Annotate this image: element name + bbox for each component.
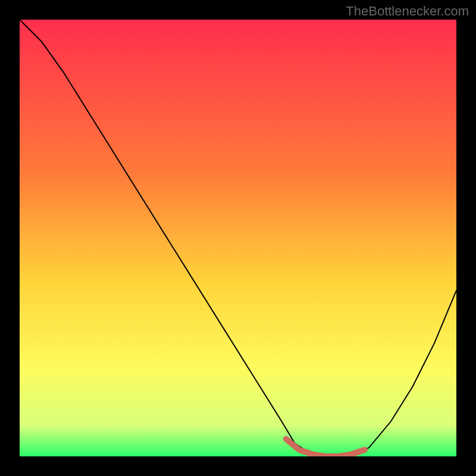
plot-area bbox=[20, 20, 456, 456]
watermark-text: TheBottlenecker.com bbox=[346, 4, 469, 19]
sweet-spot-highlight bbox=[286, 439, 365, 456]
bottleneck-curve bbox=[20, 20, 456, 456]
chart-svg bbox=[20, 20, 456, 456]
